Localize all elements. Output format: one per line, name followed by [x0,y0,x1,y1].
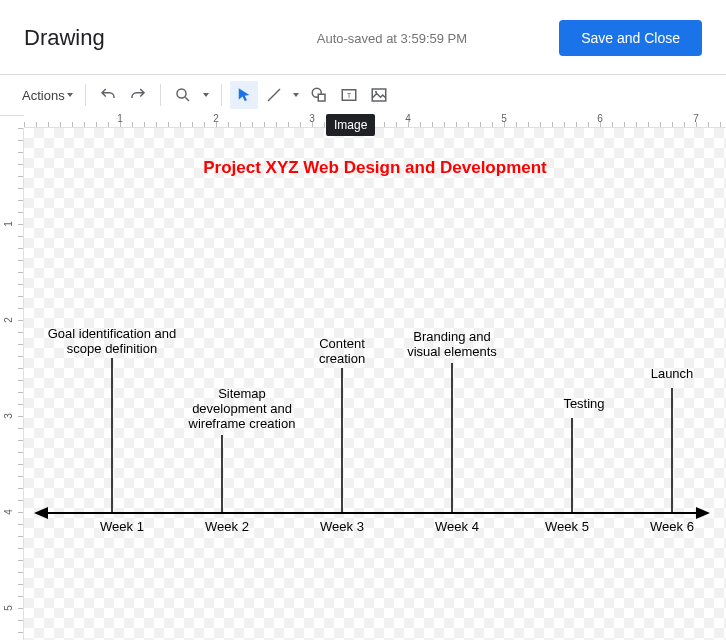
svg-line-1 [185,97,189,101]
ruler-tick: 5 [3,605,14,611]
undo-button[interactable] [94,81,122,109]
ruler-tick: 3 [3,413,14,419]
event-label[interactable]: Branding and [413,329,490,344]
drawing-canvas[interactable]: Project XYZ Web Design and Development G… [24,128,726,640]
save-and-close-button[interactable]: Save and Close [559,20,702,56]
week-label[interactable]: Week 2 [205,519,249,534]
caret-down-icon [67,93,73,97]
actions-label: Actions [22,88,65,103]
event-label[interactable]: Testing [563,396,604,411]
event-label[interactable]: Sitemap [218,386,266,401]
zoom-icon [174,86,192,104]
select-tool-button[interactable] [230,81,258,109]
textbox-tool-button[interactable]: T [335,81,363,109]
modal-title: Drawing [24,25,105,51]
toolbar-separator [221,84,222,106]
toolbar-separator [160,84,161,106]
cursor-icon [235,86,253,104]
shape-icon [310,86,328,104]
toolbar: Actions [0,75,726,115]
event-label[interactable]: Launch [651,366,694,381]
event-label[interactable]: wireframe creation [188,416,296,431]
caret-down-icon [293,93,299,97]
zoom-dropdown-button[interactable] [199,81,213,109]
redo-button[interactable] [124,81,152,109]
actions-menu-button[interactable]: Actions [18,84,77,107]
ruler-tick: 2 [3,317,14,323]
svg-line-2 [268,89,280,101]
ruler-tick: 1 [3,221,14,227]
drawing-modal: Drawing Auto-saved at 3:59:59 PM Save an… [0,0,726,640]
autosave-status: Auto-saved at 3:59:59 PM [197,31,467,46]
week-label[interactable]: Week 1 [100,519,144,534]
line-tool-button[interactable] [260,81,288,109]
event-label[interactable]: Content [319,336,365,351]
event-label[interactable]: creation [319,351,365,366]
week-label[interactable]: Week 5 [545,519,589,534]
arrow-left-icon[interactable] [34,507,48,519]
workspace: 1 2 3 4 5 6 7 1 2 3 4 5 Project XYZ Web … [0,110,726,640]
drawing-title-text[interactable]: Project XYZ Web Design and Development [24,158,726,178]
line-icon [265,86,283,104]
modal-header: Drawing Auto-saved at 3:59:59 PM Save an… [0,0,726,74]
week-label[interactable]: Week 6 [650,519,694,534]
zoom-button[interactable] [169,81,197,109]
arrow-right-icon[interactable] [696,507,710,519]
image-tooltip: Image [326,114,375,136]
toolbar-separator [85,84,86,106]
event-label[interactable]: Goal identification and [48,326,177,341]
week-label[interactable]: Week 4 [435,519,479,534]
line-dropdown-button[interactable] [289,81,303,109]
timeline-drawing[interactable]: Goal identification and scope definition… [32,323,712,543]
caret-down-icon [203,93,209,97]
image-tool-button[interactable] [365,81,393,109]
undo-icon [99,86,117,104]
redo-icon [129,86,147,104]
svg-text:T: T [346,91,351,100]
week-label[interactable]: Week 3 [320,519,364,534]
svg-rect-4 [318,94,325,101]
shape-tool-button[interactable] [305,81,333,109]
svg-point-0 [177,89,186,98]
event-label[interactable]: scope definition [67,341,157,356]
event-label[interactable]: development and [192,401,292,416]
image-icon [370,86,388,104]
svg-point-8 [375,91,377,93]
event-label[interactable]: visual elements [407,344,497,359]
vertical-ruler[interactable]: 1 2 3 4 5 [0,128,24,640]
textbox-icon: T [340,86,358,104]
ruler-tick: 4 [3,509,14,515]
